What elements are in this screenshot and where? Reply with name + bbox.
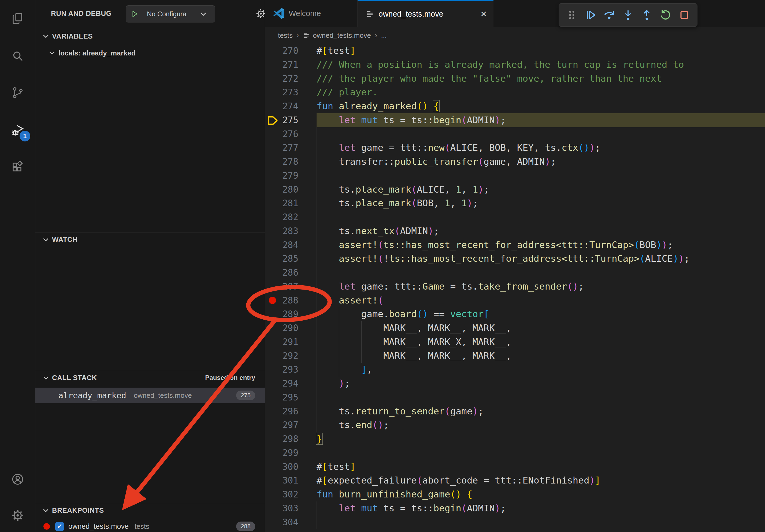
breakpoint-gutter[interactable] [265, 294, 281, 308]
extensions-icon[interactable] [0, 157, 35, 177]
step-into-icon[interactable] [620, 6, 635, 24]
code-line[interactable]: 299 [265, 446, 765, 460]
gutter-margin[interactable] [265, 155, 281, 169]
gutter-margin[interactable] [265, 196, 281, 210]
code-line[interactable]: 297 ts.end(); [265, 418, 765, 432]
restart-icon[interactable] [658, 6, 673, 24]
code-line[interactable]: 302fun burn_unfinished_game() { [265, 487, 765, 501]
code-line[interactable]: 295 [265, 391, 765, 404]
code-line[interactable]: 275 let mut ts = ts::begin(ADMIN); [265, 113, 765, 127]
code-line[interactable]: 285 assert!(!ts::has_most_recent_for_add… [265, 252, 765, 266]
gutter-margin[interactable] [265, 127, 281, 141]
gutter-margin[interactable] [265, 86, 281, 100]
code-line[interactable]: 283 ts.next_tx(ADMIN); [265, 224, 765, 238]
code-line[interactable]: 296 ts.return_to_sender(game); [265, 404, 765, 418]
search-icon[interactable] [0, 46, 35, 66]
gutter-margin[interactable] [265, 474, 281, 487]
gutter-margin[interactable] [265, 321, 281, 335]
code-line[interactable]: 304 [265, 515, 765, 529]
gutter-margin[interactable] [265, 252, 281, 266]
start-debug-icon[interactable] [126, 6, 143, 22]
continue-icon[interactable] [583, 6, 598, 24]
gutter-margin[interactable] [265, 169, 281, 183]
code-line[interactable]: 281 ts.place_mark(BOB, 1, 1); [265, 196, 765, 210]
step-out-icon[interactable] [639, 6, 654, 24]
explorer-icon[interactable] [0, 9, 35, 28]
code-line[interactable]: 292 MARK__, MARK__, MARK__, [265, 349, 765, 363]
gutter-margin[interactable] [265, 44, 281, 58]
code-line[interactable]: 290 MARK__, MARK__, MARK__, [265, 321, 765, 335]
code-line[interactable]: 298} [265, 432, 765, 446]
code-line[interactable]: 277 let game = ttt::new(ALICE, BOB, KEY,… [265, 141, 765, 155]
code-line[interactable]: 286 [265, 266, 765, 280]
source-control-icon[interactable] [0, 83, 35, 102]
account-icon[interactable] [0, 470, 35, 489]
gutter-margin[interactable] [265, 460, 281, 474]
breakpoint-enabled-checkbox[interactable]: ✓ [55, 522, 64, 531]
locals-scope-row[interactable]: locals: already_marked [35, 47, 265, 59]
code-line[interactable]: 294 ); [265, 377, 765, 391]
variables-section-header[interactable]: VARIABLES [35, 30, 265, 42]
breakpoint-list-item[interactable]: ✓ owned_tests.move tests 288 [35, 520, 265, 532]
code-line[interactable]: 274fun already_marked() { [265, 100, 765, 113]
gutter-margin[interactable] [265, 307, 281, 321]
close-icon[interactable]: ✕ [480, 9, 487, 19]
drag-handle-icon[interactable] [564, 6, 579, 24]
gutter-margin[interactable] [265, 238, 281, 252]
code-line[interactable]: 282 [265, 210, 765, 224]
gutter-margin[interactable] [265, 446, 281, 460]
code-line[interactable]: 278 transfer::public_transfer(game, ADMI… [265, 155, 765, 169]
gutter-margin[interactable] [265, 210, 281, 224]
call-stack-frame-row[interactable]: already_marked owned_tests.move 275 [35, 388, 265, 403]
gutter-margin[interactable] [265, 501, 281, 515]
code-line[interactable]: 288 assert!( [265, 294, 765, 308]
tab-welcome[interactable]: Welcome [265, 0, 358, 27]
tab-owned-tests-move[interactable]: owned_tests.move ✕ [358, 0, 493, 27]
gutter-margin[interactable] [265, 349, 281, 363]
code-line[interactable]: 287 let game: ttt::Game = ts.take_from_s… [265, 280, 765, 294]
code-line[interactable]: 279 [265, 169, 765, 183]
code-line[interactable]: 270#[test] [265, 44, 765, 58]
breakpoints-section-header[interactable]: BREAKPOINTS [35, 504, 265, 516]
code-line[interactable]: 303 let mut ts = ts::begin(ADMIN); [265, 501, 765, 515]
gutter-margin[interactable] [265, 224, 281, 238]
code-line[interactable]: 271/// When a position is already marked… [265, 58, 765, 72]
step-over-icon[interactable] [602, 6, 617, 24]
gutter-margin[interactable] [265, 377, 281, 391]
code-line[interactable]: 293 ], [265, 363, 765, 377]
gutter-margin[interactable] [265, 404, 281, 418]
stop-icon[interactable] [677, 6, 692, 24]
gutter-margin[interactable] [265, 58, 281, 72]
gutter-margin[interactable] [265, 100, 281, 113]
run-and-debug-icon[interactable]: 1 [0, 121, 35, 140]
gutter-margin[interactable] [265, 432, 281, 446]
code-line[interactable]: 280 ts.place_mark(ALICE, 1, 1); [265, 183, 765, 197]
breadcrumb-item-file[interactable]: owned_tests.move [313, 31, 371, 40]
code-line[interactable]: 291 MARK__, MARK_X, MARK__, [265, 335, 765, 349]
breadcrumb-item-tests[interactable]: tests [278, 31, 293, 40]
code-line[interactable]: 272/// the player who made the "false" m… [265, 72, 765, 86]
code-line[interactable]: 289 game.board() == vector[ [265, 307, 765, 321]
gutter-margin[interactable] [265, 363, 281, 377]
code-line[interactable]: 276 [265, 127, 765, 141]
code-line[interactable]: 300#[test] [265, 460, 765, 474]
code-line[interactable]: 273/// player. [265, 86, 765, 100]
gutter-margin[interactable] [265, 113, 281, 127]
gutter-margin[interactable] [265, 183, 281, 197]
gutter-margin[interactable] [265, 418, 281, 432]
settings-gear-icon[interactable] [0, 506, 35, 525]
gutter-margin[interactable] [265, 266, 281, 280]
call-stack-section-header[interactable]: CALL STACK Paused on entry [35, 372, 265, 384]
code-line[interactable]: 301#[expected_failure(abort_code = ttt::… [265, 474, 765, 487]
gutter-margin[interactable] [265, 515, 281, 529]
gutter-margin[interactable] [265, 72, 281, 86]
gutter-margin[interactable] [265, 280, 281, 294]
gutter-margin[interactable] [265, 487, 281, 501]
launch-configuration-dropdown[interactable]: No Configura [126, 5, 215, 23]
gutter-margin[interactable] [265, 141, 281, 155]
gutter-margin[interactable] [265, 335, 281, 349]
gutter-margin[interactable] [265, 391, 281, 404]
watch-section-header[interactable]: WATCH [35, 233, 265, 246]
code-line[interactable]: 284 assert!(ts::has_most_recent_for_addr… [265, 238, 765, 252]
breadcrumb-item-symbol[interactable]: ... [381, 31, 387, 40]
